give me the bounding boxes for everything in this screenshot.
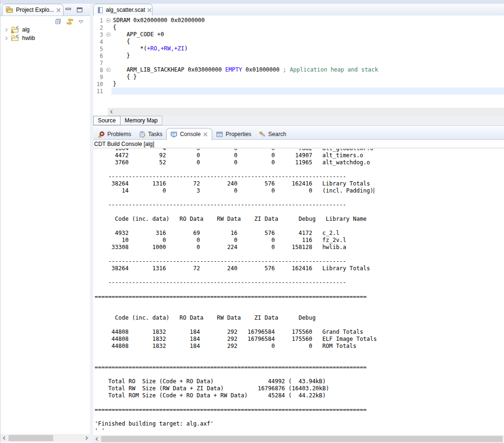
console-horizontal-scrollbar[interactable]	[93, 435, 504, 443]
problems-icon	[98, 131, 105, 138]
line-number: 11	[93, 88, 105, 95]
editor-line: 5 *(+RO,+RW,+ZI)	[93, 45, 504, 52]
console-line	[95, 166, 504, 173]
console-line: ----------------------------------------…	[95, 258, 504, 265]
console-line	[95, 413, 504, 420]
editor-page-tab-source[interactable]: Source	[93, 116, 120, 125]
console-line: 4932 316 69 16 576 4172 c_2.l	[95, 230, 504, 237]
console-line: ----------------------------------------…	[95, 173, 504, 180]
code-text: SDRAM 0x02000000 0x02000000	[112, 17, 205, 24]
code-line: }	[112, 81, 504, 88]
code-line: APP_CODE +0	[112, 31, 504, 38]
console-line: 10 0 0 0 0 116 fz_2v.l	[95, 237, 504, 244]
code-text: }	[112, 81, 116, 88]
console-line	[95, 307, 504, 314]
scroll-left-arrow-icon[interactable]	[93, 435, 100, 443]
explorer-horizontal-scrollbar[interactable]	[0, 434, 90, 442]
code-line: }	[112, 52, 504, 59]
window-top-strip	[0, 0, 504, 4]
scroll-left-arrow-icon[interactable]	[108, 108, 115, 116]
console-line: ========================================…	[95, 293, 504, 300]
code-text: {	[112, 38, 130, 45]
console-title: CDT Build Console [alg]	[93, 140, 504, 148]
tree-item-hwlib[interactable]: Chwlib	[0, 34, 90, 42]
line-number: 6	[93, 53, 105, 59]
console-line: 'Finished building target: alg.axf'	[95, 420, 504, 427]
tab-alg-scatter-scat[interactable]: alg_scatter.scat	[93, 4, 152, 16]
fold-collapse-icon[interactable]	[106, 32, 111, 37]
line-number: 5	[93, 46, 105, 52]
code-text: ARM_LIB_STACKHEAP 0x03000000 EMPTY 0x010…	[112, 66, 378, 73]
code-line: SDRAM 0x02000000 0x02000000	[112, 17, 504, 24]
tree-item-label: alg	[21, 26, 30, 33]
properties-icon	[216, 131, 223, 138]
line-number: 10	[93, 81, 105, 88]
scatter-file-icon	[97, 7, 104, 14]
editor-line: 10}	[93, 81, 504, 88]
console-line	[95, 399, 504, 406]
console-output[interactable]: 1864 4 0 0 0 7862 alt_globaltmr.o 4472 9…	[93, 149, 504, 435]
project-explorer-icon	[6, 6, 14, 14]
editor-line: 8 ARM_LIB_STACKHEAP 0x03000000 EMPTY 0x0…	[93, 66, 504, 73]
vertical-sash[interactable]	[90, 4, 93, 443]
code-line	[112, 88, 504, 95]
editor-line: 6 }	[93, 52, 504, 59]
editor-line: 4 {	[93, 38, 504, 45]
close-icon[interactable]	[203, 132, 208, 137]
c-project-folder-warning-icon: C	[11, 26, 19, 33]
view-tab-properties[interactable]: Properties	[212, 129, 255, 140]
close-icon[interactable]	[56, 8, 61, 13]
console-line: 33308 1000 0 224 0 158128 hwlib.a	[95, 244, 504, 251]
editor-page-tab-memory-map[interactable]: Memory Map	[120, 116, 162, 125]
chevron-right-icon[interactable]	[4, 36, 9, 40]
scatter-file-editor[interactable]: 1SDRAM 0x02000000 0x020000002{3 APP_CODE…	[93, 16, 504, 108]
console-text: 1864 4 0 0 0 7862 alt_globaltmr.o 4472 9…	[93, 149, 504, 435]
editor-line: 2{	[93, 24, 504, 31]
editor-line: 1SDRAM 0x02000000 0x02000000	[93, 17, 504, 24]
view-menu-icon[interactable]	[77, 17, 85, 26]
tree-item-alg[interactable]: Calg	[0, 25, 90, 34]
editor-line: 11	[93, 88, 504, 95]
chevron-right-icon[interactable]	[4, 28, 9, 32]
view-tab-console[interactable]: Console	[166, 128, 212, 140]
console-tabbar: ProblemsTasksConsolePropertiesSearch	[93, 126, 504, 140]
code-text: *(+RO,+RW,+ZI)	[112, 45, 188, 52]
tab-project-explorer[interactable]: Project Explo...	[2, 4, 64, 16]
view-tab-problems[interactable]: Problems	[94, 129, 135, 140]
view-tab-tasks[interactable]: Tasks	[135, 129, 167, 140]
console-line: 38264 1316 72 240 576 162416 Library Tot…	[95, 265, 504, 272]
line-number: 8	[93, 67, 105, 73]
console-line: ----------------------------------------…	[95, 201, 504, 209]
console-line: 44808 1832 184 292 16796584 175560 Grand…	[95, 329, 504, 336]
line-number: 4	[93, 39, 105, 45]
editor-line: 3 APP_CODE +0	[93, 31, 504, 38]
close-icon[interactable]	[147, 8, 152, 13]
console-line: Total RO Size (Code + RO Data) 44992 ( 4…	[95, 378, 504, 385]
scroll-left-arrow-icon[interactable]	[0, 434, 8, 442]
link-with-editor-icon[interactable]	[65, 17, 74, 26]
line-number: 7	[93, 60, 105, 66]
scrollbar-thumb[interactable]	[101, 436, 503, 442]
editor-horizontal-scrollbar[interactable]	[108, 108, 504, 116]
tree-item-label: hwlib	[21, 35, 35, 41]
scroll-right-arrow-icon[interactable]	[83, 434, 90, 442]
console-line	[95, 286, 504, 293]
svg-text:C: C	[16, 26, 19, 30]
line-number: 1	[93, 17, 105, 24]
tasks-icon	[139, 131, 146, 138]
fold-collapse-icon[interactable]	[106, 68, 111, 72]
code-line: ARM_LIB_STACKHEAP 0x03000000 EMPTY 0x010…	[112, 66, 504, 73]
view-tab-search[interactable]: Search	[255, 129, 290, 140]
view-tab-label: Tasks	[148, 131, 163, 137]
console-tabs: ProblemsTasksConsolePropertiesSearch	[94, 128, 290, 140]
maximize-button[interactable]	[75, 6, 84, 14]
scrollbar-thumb[interactable]	[8, 435, 53, 441]
svg-text:C: C	[16, 34, 19, 39]
code-text: }	[112, 52, 130, 59]
project-explorer-tab-label: Project Explo...	[16, 7, 54, 13]
minimize-button[interactable]	[64, 6, 72, 14]
console-line: Code (inc. data) RO Data RW Data ZI Data…	[95, 216, 504, 223]
editor-page-tabs: SourceMemory Map	[93, 116, 504, 126]
fold-collapse-icon[interactable]	[106, 18, 111, 23]
collapse-all-icon[interactable]	[54, 17, 63, 26]
